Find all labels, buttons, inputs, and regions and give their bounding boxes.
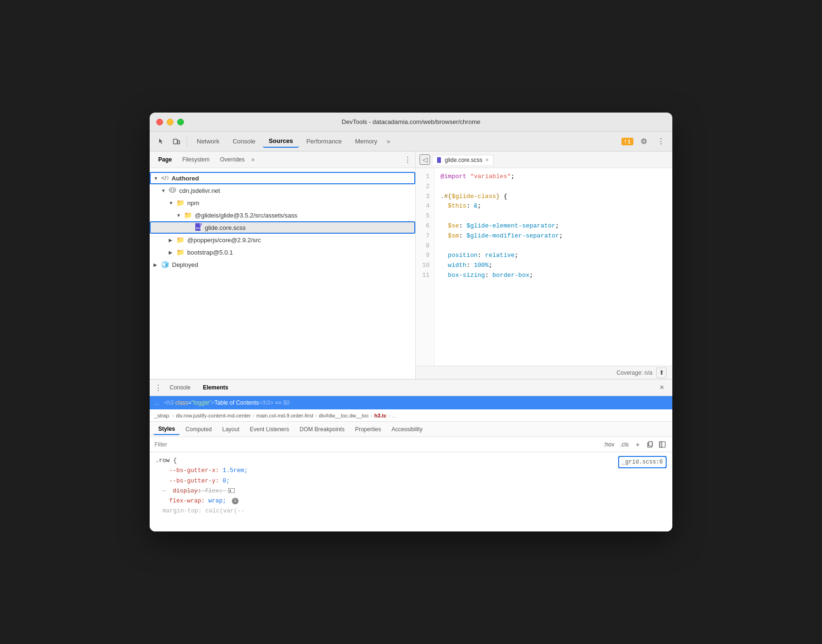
cdn-icon [169,187,176,195]
css-prop-display-strikethrough: display: flex; [162,488,226,494]
device-toolbar-icon[interactable] [170,135,183,148]
tab-accessibility[interactable]: Accessibility [387,424,427,435]
bc-sep-3: › [315,413,317,418]
editor-tab-close[interactable]: × [485,157,488,163]
tab-styles[interactable]: Styles [153,424,180,435]
bc-div-toc[interactable]: div#dw__toc.dw__toc [319,413,369,418]
svg-rect-1 [178,141,180,144]
toolbar-separator [187,137,187,146]
editor-tab-glide[interactable]: glide.core.scss × [432,155,494,165]
tab-dom-breakpoints[interactable]: DOM Breakpoints [295,424,349,435]
breadcrumb-dots: ... [154,399,159,406]
coverage-expand-button[interactable]: ⬆ [656,368,667,378]
tab-computed[interactable]: Computed [181,424,216,435]
svg-text:scss: scss [196,227,202,229]
css-val-flex-wrap: wrap; [209,498,227,504]
tab-console[interactable]: Console [227,135,261,147]
filter-bar: :hov .cls + [150,437,672,452]
authored-label: Authored [172,175,199,182]
notification-badge[interactable]: ! 1 [621,138,633,145]
dom-breadcrumb-bar: _strap. › div.row.justify-content-md-cen… [150,409,672,422]
add-style-button[interactable]: + [632,439,643,450]
tree-item-glide-file[interactable]: scss glide.core.scss [150,221,415,234]
deployed-label: Deployed [172,261,198,268]
tab-properties[interactable]: Properties [350,424,386,435]
tree-item-bootstrap[interactable]: ▶ 📁 bootstrap@5.0.1 [150,246,415,258]
cdn-label: cdn.jsdelivr.net [179,187,220,194]
editor-back-button[interactable]: ◁ [420,154,430,165]
info-icon[interactable]: i [232,498,239,504]
tree-item-glideis[interactable]: ▼ 📁 @glideis/glide@3.5.2/src/assets/sass [150,209,415,221]
bottom-menu-icon[interactable]: ⋮ [154,383,162,392]
more-options-icon[interactable]: ⋮ [654,135,668,148]
hov-button[interactable]: :hov [602,440,616,449]
bc-strap[interactable]: _strap. [154,413,171,418]
svg-rect-0 [173,139,177,144]
tab-memory[interactable]: Memory [349,135,383,147]
settings-icon[interactable]: ⚙ [637,135,650,148]
tree-item-popperjs[interactable]: ▶ 📁 @popperjs/core@2.9.2/src [150,234,415,246]
filter-input[interactable] [154,441,598,448]
authored-icon: </> [161,174,169,182]
sidebar-tab-overrides[interactable]: Overrides [215,154,249,165]
arrow-glideis: ▼ [176,213,184,218]
line-numbers: 1 2 3 4 5 6 7 8 9 10 11 [416,168,435,366]
flex-icon[interactable] [228,488,235,493]
svg-rect-12 [649,442,652,446]
tab-event-listeners[interactable]: Event Listeners [245,424,294,435]
tree-item-npm[interactable]: ▼ 📁 npm [150,197,415,209]
tab-performance[interactable]: Performance [301,135,347,147]
close-button[interactable] [156,119,163,125]
bottom-tab-elements[interactable]: Elements [198,382,233,393]
copy-styles-icon[interactable] [645,439,655,450]
editor-footer: Coverage: n/a ⬆ [416,366,672,379]
svg-text:</>: </> [161,174,169,181]
css-prop-gutter-y[interactable]: --bs-gutter-y: [169,478,219,484]
traffic-lights [156,119,184,125]
tab-sources[interactable]: Sources [263,135,298,148]
tab-layout[interactable]: Layout [218,424,244,435]
tree-item-authored[interactable]: ▼ </> Authored [150,172,415,184]
bc-main[interactable]: main.col-md-9.order-first [257,413,314,418]
bootstrap-label: bootstrap@5.0.1 [187,249,233,256]
arrow-authored: ▼ [153,176,161,181]
more-tabs-button[interactable]: » [387,138,390,145]
code-editor[interactable]: 1 2 3 4 5 6 7 8 9 10 11 @import "variabl… [416,168,672,366]
tree-item-cdn[interactable]: ▼ cdn.jsdelivr.net [150,184,415,197]
notification-icon: ! [624,139,626,144]
sidebar-menu-icon[interactable]: ⋮ [404,155,411,164]
cls-button[interactable]: .cls [618,440,631,449]
popperjs-label: @popperjs/core@2.9.2/src [187,237,261,244]
element-panel-icon[interactable] [657,439,668,450]
npm-folder-icon: 📁 [176,199,184,207]
bc-more[interactable]: ... [392,413,396,418]
css-source-link[interactable]: _grid.scss:6 [618,456,667,468]
css-prop-gutter-x[interactable]: --bs-gutter-x: [169,467,219,474]
bc-sep-4: › [371,413,373,418]
bottom-close-button[interactable]: × [656,382,668,393]
tab-network[interactable]: Network [191,135,225,147]
sidebar-more-tabs[interactable]: » [251,156,255,163]
maximize-button[interactable] [177,119,184,125]
bottom-tab-console[interactable]: Console [165,382,195,393]
selected-element-html: <h3 class="toggle">Table of Contents</h3… [164,399,289,406]
editor-pane: ◁ glide.core.scss × 1 2 3 4 [416,152,672,379]
arrow-deployed: ▶ [153,262,161,267]
sidebar-tab-filesystem[interactable]: Filesystem [178,154,214,165]
cursor-icon[interactable] [154,135,168,148]
coverage-label: Coverage: n/a [617,369,652,376]
top-pane: Page Filesystem Overrides » ⋮ ▼ </> [150,152,672,379]
filter-actions: :hov .cls + [602,439,668,450]
css-selector: .row { [155,457,177,464]
bc-h3[interactable]: h3.tc [374,413,387,418]
sidebar: Page Filesystem Overrides » ⋮ ▼ </> [150,152,416,379]
editor-tab-label: glide.core.scss [445,157,482,163]
css-prop-display[interactable]: display: [173,488,201,494]
css-prop-row-1: --bs-gutter-x: 1.5rem; [155,466,667,476]
css-prop-flex-wrap[interactable]: flex-wrap: [169,498,205,504]
tree-item-deployed[interactable]: ▶ 🧊 Deployed [150,258,415,271]
sidebar-tab-page[interactable]: Page [153,154,177,165]
arrow-cdn: ▼ [161,188,169,193]
minimize-button[interactable] [167,119,173,125]
bc-div-row[interactable]: div.row.justify-content-md-center [176,413,251,418]
